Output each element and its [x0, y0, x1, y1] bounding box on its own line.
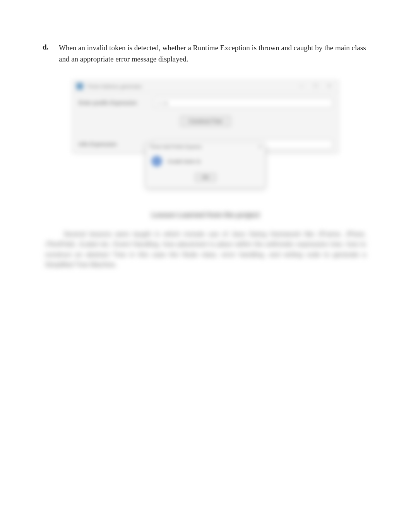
- window-title: Three Address generator: [86, 84, 293, 89]
- app-icon: [76, 83, 83, 90]
- list-item-d: d. When an invalid token is detected, wh…: [43, 43, 368, 65]
- input-row: Enter postfix Expression: [72, 92, 339, 112]
- dialog-title: Three Add Prefix Express: [149, 144, 202, 150]
- ok-button[interactable]: OK: [195, 173, 216, 182]
- evaluate-button[interactable]: Construct Tree: [180, 116, 231, 127]
- lesson-heading: Lesson Learned from the project: [45, 211, 366, 219]
- expression-input[interactable]: [154, 98, 332, 108]
- info-icon: [151, 156, 162, 167]
- close-button[interactable]: ✕: [324, 83, 335, 89]
- screenshot-blurred: Three Address generator — ☐ ✕ Enter post…: [72, 80, 339, 188]
- dialog-ok-row: OK: [146, 169, 265, 188]
- lesson-section-blurred: Lesson Learned from the project Several …: [43, 211, 368, 270]
- list-text: When an invalid token is detected, wheth…: [59, 43, 368, 65]
- evaluate-row: Construct Tree: [72, 112, 339, 134]
- minimize-button[interactable]: —: [296, 83, 307, 89]
- lesson-paragraph: Several lessons were taught in which inc…: [45, 229, 366, 270]
- error-dialog: Three Add Prefix Express ✕ Invalid token…: [146, 142, 265, 188]
- dialog-body: Invalid token &: [146, 151, 265, 169]
- maximize-button[interactable]: ☐: [310, 83, 321, 89]
- titlebar: Three Address generator — ☐ ✕: [72, 80, 339, 92]
- dialog-titlebar: Three Add Prefix Express ✕: [146, 143, 265, 151]
- dialog-message: Invalid token &: [168, 159, 200, 164]
- dialog-close-icon[interactable]: ✕: [258, 144, 262, 150]
- list-marker: d.: [43, 43, 53, 65]
- output-label: Infix Expression: [79, 141, 148, 147]
- input-label: Enter postfix Expression: [79, 100, 148, 106]
